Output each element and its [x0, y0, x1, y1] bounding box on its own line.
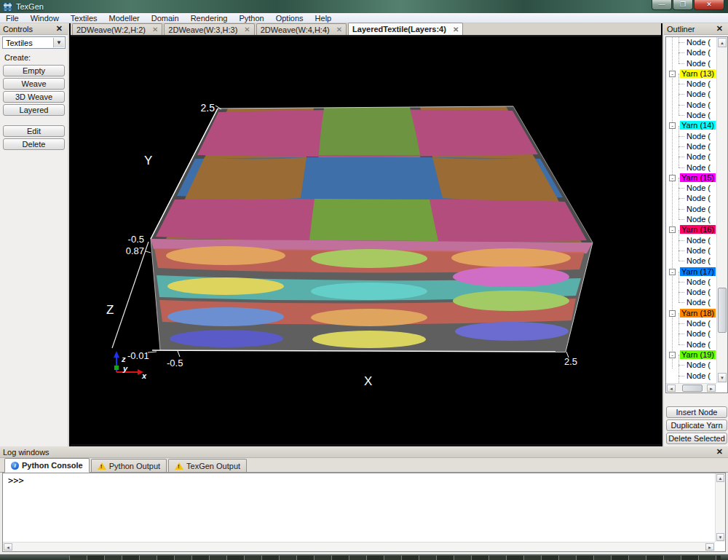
menu-domain[interactable]: Domain: [146, 13, 185, 23]
tree-node-item[interactable]: Node (: [666, 162, 716, 173]
console-vertical-scrollbar[interactable]: ▲ ▼: [715, 473, 725, 542]
tree-collapse-icon[interactable]: -: [669, 310, 676, 317]
tab-2DWeave(W:4,H:4)[interactable]: 2DWeave(W:4,H:4)✕: [256, 23, 347, 35]
weave-button[interactable]: Weave: [3, 78, 65, 90]
tree-yarn-item[interactable]: -Yarn (13): [666, 68, 716, 79]
tree-node-item[interactable]: Node (: [666, 277, 716, 287]
minimize-button[interactable]: —: [652, 0, 672, 10]
layered-button[interactable]: Layered: [3, 104, 65, 116]
empty-button[interactable]: Empty: [3, 65, 65, 76]
tree-node-item[interactable]: Node (: [666, 141, 716, 151]
scroll-down-icon[interactable]: ▼: [718, 373, 727, 382]
tree-node-item[interactable]: Node (: [666, 37, 716, 47]
chevron-down-icon[interactable]: ▼: [53, 38, 64, 47]
tab-close-icon[interactable]: ✕: [244, 25, 250, 33]
tree-node-item[interactable]: Node (: [666, 256, 716, 266]
outliner-panel-close-icon[interactable]: ✕: [714, 24, 725, 33]
tree-collapse-icon[interactable]: -: [669, 175, 676, 181]
tree-yarn-item[interactable]: -Yarn (18): [666, 308, 716, 318]
controls-panel-close-icon[interactable]: ✕: [54, 24, 65, 33]
scrollbar-thumb[interactable]: [718, 288, 727, 333]
3d-weave-button[interactable]: 3D Weave: [3, 91, 65, 103]
delete-selected-button[interactable]: Delete Selected: [666, 433, 727, 444]
tree-node-item[interactable]: Node (: [666, 89, 716, 99]
scrollbar-thumb[interactable]: [682, 384, 703, 392]
tree-yarn-item[interactable]: -Yarn (16): [666, 224, 716, 234]
outliner-horizontal-scrollbar[interactable]: ◄ ►: [666, 383, 716, 393]
menu-options[interactable]: Options: [270, 13, 309, 23]
log-windows-title: Log windows: [3, 448, 714, 457]
delete-button[interactable]: Delete: [3, 138, 65, 150]
tree-node-item[interactable]: Node (: [666, 58, 716, 68]
tree-node-item[interactable]: Node (: [666, 318, 716, 328]
tree-node-item[interactable]: Node (: [666, 360, 716, 370]
scroll-up-icon[interactable]: ▲: [718, 38, 727, 47]
scroll-left-icon[interactable]: ◄: [667, 384, 676, 392]
tab-close-icon[interactable]: ✕: [453, 25, 459, 33]
tree-yarn-item[interactable]: -Yarn (19): [666, 350, 716, 360]
tree-node-item[interactable]: Node (: [666, 79, 716, 89]
tree-collapse-icon[interactable]: -: [669, 352, 676, 358]
tree-node-item[interactable]: Node (: [666, 287, 716, 297]
triad-z-label: z: [121, 355, 126, 363]
yarn-label: Yarn (15): [680, 173, 716, 182]
tab-close-icon[interactable]: ✕: [336, 25, 342, 33]
tree-collapse-icon[interactable]: -: [669, 226, 676, 233]
maximize-button[interactable]: ❐: [673, 0, 693, 10]
scroll-left-icon[interactable]: ◄: [4, 543, 12, 551]
menu-python[interactable]: Python: [233, 13, 269, 23]
tree-node-item[interactable]: Node (: [666, 47, 716, 58]
tree-node-item[interactable]: Node (: [666, 214, 716, 224]
tree-node-item[interactable]: Node (: [666, 339, 716, 350]
tree-node-item[interactable]: Node (: [666, 204, 716, 214]
tree-node-item[interactable]: Node (: [666, 131, 716, 141]
tree-collapse-icon[interactable]: -: [669, 71, 676, 77]
taskbar-buttons[interactable]: [69, 556, 721, 560]
log-tab-texgen-output[interactable]: TexGen Output: [168, 459, 247, 472]
tree-node-item[interactable]: Node (: [666, 235, 716, 245]
menu-window[interactable]: Window: [25, 13, 65, 23]
textiles-dropdown[interactable]: Textiles ▼: [2, 36, 66, 49]
windows-taskbar[interactable]: [0, 554, 728, 560]
tab-2DWeave(W:3,H:3)[interactable]: 2DWeave(W:3,H:3)✕: [164, 23, 254, 35]
outliner-vertical-scrollbar[interactable]: ▲ ▼: [716, 37, 727, 383]
tree-node-item[interactable]: Node (: [666, 371, 716, 381]
tree-yarn-item[interactable]: -Yarn (15): [666, 173, 716, 183]
tree-node-item[interactable]: Node (: [666, 245, 716, 256]
menu-textiles[interactable]: Textiles: [65, 13, 103, 23]
menu-modeller[interactable]: Modeller: [103, 13, 146, 23]
tree-node-item[interactable]: Node (: [666, 151, 716, 162]
tab-2DWeave(W:2,H:2)[interactable]: 2DWeave(W:2,H:2)✕: [72, 23, 162, 35]
tree-yarn-item[interactable]: -Yarn (17): [666, 267, 716, 277]
tree-node-item[interactable]: Node (: [666, 328, 716, 339]
menu-help[interactable]: Help: [309, 13, 338, 23]
insert-node-button[interactable]: Insert Node: [666, 406, 727, 418]
log-tab-python-output[interactable]: Python Output: [91, 459, 167, 472]
close-button[interactable]: ✕: [694, 0, 724, 10]
menu-rendering[interactable]: Rendering: [185, 13, 234, 23]
duplicate-yarn-button[interactable]: Duplicate Yarn: [666, 419, 727, 431]
log-tab-python-console[interactable]: iPython Console: [4, 458, 90, 473]
tree-collapse-icon[interactable]: -: [669, 269, 676, 275]
tree-node-item[interactable]: Node (: [666, 100, 716, 110]
python-console[interactable]: >>> ▲ ▼ ◄ ►: [2, 473, 726, 552]
tab-close-icon[interactable]: ✕: [152, 25, 158, 33]
3d-viewport[interactable]: 2.5 Y -0.5 0.87 Z -0.01 -0.5 2.5 X z y: [71, 36, 661, 444]
scroll-down-icon[interactable]: ▼: [716, 533, 724, 541]
tree-node-item[interactable]: Node (: [666, 297, 716, 307]
log-windows-close-icon[interactable]: ✕: [714, 447, 725, 457]
tree-node-item[interactable]: Node (: [666, 183, 716, 193]
tree-collapse-icon[interactable]: -: [669, 122, 676, 129]
scroll-right-icon[interactable]: ►: [707, 384, 716, 392]
tree-yarn-item[interactable]: -Yarn (14): [666, 120, 716, 130]
log-windows-panel: Log windows ✕ iPython ConsolePython Outp…: [0, 446, 728, 554]
console-horizontal-scrollbar[interactable]: ◄ ►: [3, 542, 715, 551]
title-bar[interactable]: TexGen — ❐ ✕: [0, 0, 728, 13]
scroll-up-icon[interactable]: ▲: [716, 474, 724, 482]
tree-node-item[interactable]: Node (: [666, 110, 716, 120]
menu-file[interactable]: File: [0, 13, 25, 23]
scroll-right-icon[interactable]: ►: [705, 543, 714, 551]
edit-button[interactable]: Edit: [3, 125, 65, 137]
tree-node-item[interactable]: Node (: [666, 193, 716, 203]
tab-LayeredTextile(Layers:4)[interactable]: LayeredTextile(Layers:4)✕: [348, 23, 463, 35]
